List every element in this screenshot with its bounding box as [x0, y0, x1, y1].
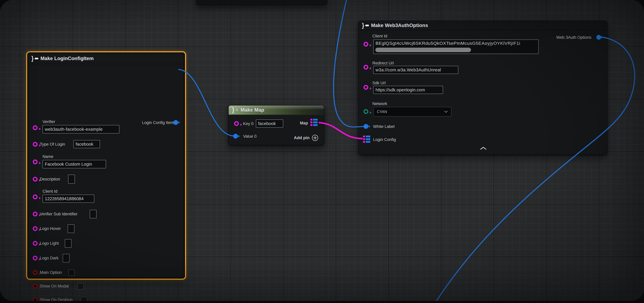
- client-id-label: Client Id: [372, 34, 387, 38]
- logo-dark-input[interactable]: [63, 254, 70, 262]
- network-dropdown[interactable]: CYAN: [373, 107, 452, 116]
- node-title: Make Map: [240, 107, 264, 113]
- network-label: Network: [372, 102, 387, 106]
- node-make-login-config-item[interactable]: } Make LoginConfigItem Login Config Item…: [28, 53, 184, 278]
- collapse-node-button[interactable]: [480, 147, 486, 150]
- pin-sdk-url[interactable]: [364, 85, 368, 90]
- pin-key-0[interactable]: [234, 121, 239, 126]
- pin-white-label[interactable]: [364, 124, 368, 129]
- logo-dark-label: Logo Dark: [40, 256, 59, 260]
- verifier-sub-identifier-input[interactable]: [90, 210, 96, 218]
- sdk-url-input[interactable]: https://sdk.openlogin.com: [373, 86, 443, 94]
- client-id-input[interactable]: 1222658941886084: [42, 195, 94, 203]
- pin-login-config[interactable]: [363, 136, 370, 144]
- pin-logo-light[interactable]: [33, 241, 38, 246]
- logo-light-input[interactable]: [65, 239, 72, 248]
- main-option-checkbox[interactable]: [68, 270, 75, 276]
- network-value: CYAN: [377, 110, 387, 114]
- add-pin-button[interactable]: Add pin: [294, 134, 318, 141]
- logo-hover-label: Logo Hover: [40, 226, 61, 231]
- verifier-input[interactable]: web3auth-facebook-example: [42, 125, 119, 134]
- main-option-label: Main Option: [40, 270, 62, 275]
- circle-plus-icon: [312, 134, 318, 141]
- node-title: Make LoginConfigItem: [40, 56, 94, 61]
- pin-network[interactable]: [364, 109, 368, 114]
- node-header[interactable]: }≡ Make Map: [229, 106, 324, 115]
- verifier-label: Verifier: [42, 120, 55, 124]
- pin-logo-dark[interactable]: [33, 256, 38, 260]
- client-id-label: Client Id: [42, 189, 58, 194]
- offscreen-node[interactable]: [196, 0, 327, 5]
- pin-web3auth-options-output[interactable]: [596, 35, 601, 40]
- show-on-modal-label: Show On Modal: [40, 284, 69, 288]
- show-on-desktop-label: Show On Desktop: [40, 298, 72, 301]
- logo-light-label: Logo Light: [40, 241, 59, 246]
- node-header[interactable]: } Make LoginConfigItem: [28, 53, 184, 64]
- output-pin-label: Web 3Auth Options: [556, 35, 592, 40]
- pin-client-id[interactable]: [33, 194, 38, 199]
- description-label: Description: [40, 177, 60, 182]
- type-of-login-label: Type Of Login: [40, 142, 65, 147]
- blueprint-editor: } Make LoginConfigItem Login Config Item…: [0, 0, 644, 303]
- description-input[interactable]: [68, 175, 75, 184]
- make-struct-icon: }: [362, 22, 369, 28]
- wire-map-to-login-config[interactable]: [319, 123, 362, 138]
- show-on-modal-checkbox[interactable]: [78, 283, 84, 290]
- pin-type-of-login[interactable]: [33, 142, 38, 147]
- output-pin-label: Login Config Item: [142, 120, 174, 125]
- pin-redirect-url[interactable]: [364, 65, 368, 70]
- node-title: Make Web3AuthOptions: [371, 22, 428, 28]
- redirect-url-label: Redirect Url: [372, 61, 394, 66]
- pin-value-0[interactable]: [233, 134, 238, 138]
- white-label-label: White Label: [373, 124, 394, 129]
- pin-client-id[interactable]: [364, 42, 368, 46]
- value-0-label: Value 0: [243, 134, 256, 139]
- pin-verifier[interactable]: [33, 125, 38, 130]
- key-0-label: Key 0: [243, 122, 254, 126]
- pin-description[interactable]: [33, 177, 38, 182]
- pin-verifier-sub-identifier[interactable]: [33, 212, 38, 216]
- key-0-input[interactable]: facebook: [256, 120, 283, 128]
- pin-logo-hover[interactable]: [33, 226, 38, 231]
- pin-login-config-item-output[interactable]: [173, 120, 178, 125]
- sdk-url-label: Sdk Url: [372, 81, 386, 85]
- client-id-scrollbar[interactable]: [375, 48, 471, 52]
- login-config-label: Login Config: [373, 137, 396, 142]
- show-on-desktop-checkbox[interactable]: [81, 297, 87, 301]
- node-header[interactable]: } Make Web3AuthOptions: [358, 21, 607, 30]
- name-label: Name: [42, 154, 53, 159]
- wire-login-config-item-to-value-0[interactable]: [178, 70, 234, 136]
- node-make-web3auth-options[interactable]: } Make Web3AuthOptions Web 3Auth Options…: [358, 20, 607, 155]
- chevron-down-icon: [444, 110, 448, 113]
- node-make-map[interactable]: }≡ Make Map Key 0 facebook Map Value 0 A…: [228, 105, 324, 145]
- pin-show-on-desktop[interactable]: [33, 298, 38, 301]
- blueprint-graph-canvas[interactable]: } Make LoginConfigItem Login Config Item…: [0, 0, 644, 301]
- map-output-label: Map: [300, 121, 308, 126]
- pin-show-on-modal[interactable]: [33, 284, 38, 288]
- make-map-icon: }≡: [232, 107, 238, 113]
- pin-map-output[interactable]: [310, 119, 318, 127]
- make-struct-icon: }: [31, 55, 38, 62]
- redirect-url-input[interactable]: w3a://com.w3a.Web3AuthUnreal: [373, 66, 458, 74]
- verifier-sub-identifier-label: Verifier Sub Identifier: [40, 212, 78, 216]
- pin-name[interactable]: [33, 160, 38, 164]
- name-input[interactable]: Facebook Custom Login: [42, 160, 106, 168]
- pin-main-option[interactable]: [33, 270, 38, 275]
- type-of-login-input[interactable]: facebook: [73, 140, 100, 148]
- logo-hover-input[interactable]: [68, 224, 74, 233]
